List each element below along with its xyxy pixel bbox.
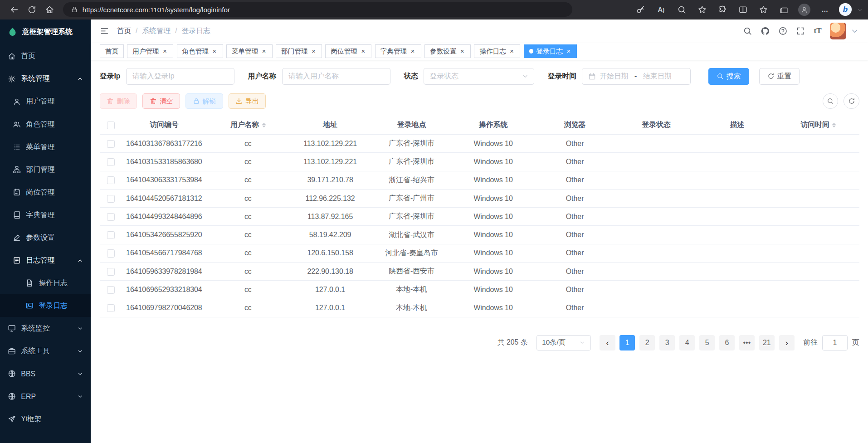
close-icon[interactable]: × <box>211 47 217 55</box>
tab-8[interactable]: 操作日志× <box>474 44 520 58</box>
row-checkbox[interactable] <box>107 231 115 239</box>
next-page-button[interactable]: › <box>779 335 795 351</box>
sidebar-item-6[interactable]: 岗位管理 <box>0 181 91 204</box>
ip-input[interactable] <box>126 68 234 85</box>
browser-home-icon[interactable] <box>41 2 59 17</box>
row-checkbox[interactable] <box>107 176 115 184</box>
reset-button[interactable]: 重置 <box>759 68 800 85</box>
tab-9[interactable]: 登录日志× <box>524 44 577 58</box>
sidebar-item-3[interactable]: 角色管理 <box>0 113 91 136</box>
row-checkbox[interactable] <box>107 286 115 294</box>
sort-carets[interactable] <box>262 121 266 129</box>
sidebar-item-8[interactable]: 参数设置 <box>0 226 91 249</box>
prev-page-button[interactable]: ‹ <box>600 335 615 351</box>
favorites-icon[interactable] <box>755 2 772 17</box>
sidebar-item-4[interactable]: 菜单管理 <box>0 136 91 158</box>
tab-0[interactable]: 首页 <box>100 44 124 58</box>
goto-page-input[interactable] <box>822 335 848 351</box>
chevron-down-icon[interactable] <box>850 27 859 36</box>
page-button-5[interactable]: 5 <box>699 335 715 351</box>
row-checkbox[interactable] <box>107 249 115 257</box>
tab-6[interactable]: 字典管理× <box>375 44 421 58</box>
page-button-3[interactable]: 3 <box>659 335 675 351</box>
address-bar[interactable]: https://ccnetcore.com:1101/system/log/lo… <box>63 2 572 17</box>
page-size-select[interactable]: 10条/页 <box>536 335 591 351</box>
page-button-2[interactable]: 2 <box>639 335 655 351</box>
close-icon[interactable]: × <box>566 47 571 55</box>
sidebar-item-9[interactable]: 日志管理 <box>0 249 91 272</box>
tab-7[interactable]: 参数设置× <box>424 44 471 58</box>
collections-icon[interactable] <box>775 2 793 17</box>
row-checkbox[interactable] <box>107 158 115 166</box>
tab-3[interactable]: 菜单管理× <box>226 44 273 58</box>
unlock-button[interactable]: 解锁 <box>185 93 223 109</box>
split-screen-icon[interactable] <box>734 2 752 17</box>
column-header-8[interactable]: 访问时间 <box>777 116 859 135</box>
read-aloud-icon[interactable]: A) <box>652 2 670 17</box>
sidebar-item-16[interactable]: Yi框架 <box>0 408 91 431</box>
browser-refresh-icon[interactable] <box>23 2 41 17</box>
page-button-1[interactable]: 1 <box>619 335 635 351</box>
search-button[interactable]: 搜索 <box>708 68 749 85</box>
sidebar-item-14[interactable]: BBS <box>0 363 91 385</box>
row-checkbox[interactable] <box>107 304 115 312</box>
delete-button[interactable]: 删除 <box>100 93 137 109</box>
zoom-icon[interactable] <box>673 2 690 17</box>
row-checkbox[interactable] <box>107 140 115 148</box>
sidebar-item-10[interactable]: 操作日志 <box>0 272 91 294</box>
date-range-picker[interactable]: 开始日期 - 结束日期 <box>582 68 690 85</box>
row-checkbox[interactable] <box>107 268 115 276</box>
font-size-icon[interactable]: tT <box>814 26 821 35</box>
page-button-6[interactable]: 6 <box>719 335 735 351</box>
select-all-checkbox[interactable] <box>107 122 115 129</box>
search-icon[interactable] <box>743 26 752 36</box>
breadcrumb-home[interactable]: 首页 <box>117 26 132 36</box>
copilot-icon[interactable]: b <box>837 2 854 17</box>
export-button[interactable]: 导出 <box>229 93 266 109</box>
page-button-4[interactable]: 4 <box>679 335 695 351</box>
github-icon[interactable] <box>761 26 770 36</box>
close-icon[interactable]: × <box>261 47 267 55</box>
row-checkbox[interactable] <box>107 213 115 221</box>
close-icon[interactable]: × <box>360 47 366 55</box>
clear-button[interactable]: 清空 <box>142 93 180 109</box>
toggle-search-icon[interactable] <box>823 93 838 109</box>
tab-2[interactable]: 角色管理× <box>177 44 223 58</box>
sidebar-item-11[interactable]: 登录日志 <box>0 294 91 317</box>
sidebar-item-2[interactable]: 用户管理 <box>0 90 91 113</box>
help-icon[interactable] <box>778 26 788 36</box>
close-icon[interactable]: × <box>459 47 465 55</box>
username-input[interactable] <box>282 68 390 85</box>
sidebar-item-1[interactable]: 系统管理 <box>0 68 91 90</box>
sort-carets[interactable] <box>832 121 836 129</box>
close-icon[interactable]: × <box>509 47 515 55</box>
browser-back-icon[interactable] <box>5 2 23 17</box>
sidebar-item-13[interactable]: 系统工具 <box>0 340 91 362</box>
fullscreen-icon[interactable] <box>796 26 805 36</box>
page-ellipsis[interactable]: ••• <box>739 335 755 351</box>
browser-more-icon[interactable]: … <box>816 2 834 17</box>
sidebar-item-15[interactable]: ERP <box>0 385 91 408</box>
refresh-table-icon[interactable] <box>844 93 859 109</box>
user-avatar[interactable] <box>830 23 847 39</box>
sidebar-item-7[interactable]: 字典管理 <box>0 204 91 226</box>
row-checkbox[interactable] <box>107 195 115 203</box>
password-key-icon[interactable] <box>632 2 649 17</box>
favorites-add-icon[interactable] <box>693 2 711 17</box>
tab-5[interactable]: 岗位管理× <box>325 44 371 58</box>
close-icon[interactable]: × <box>311 47 317 55</box>
tab-4[interactable]: 部门管理× <box>276 44 322 58</box>
tab-1[interactable]: 用户管理× <box>127 44 173 58</box>
column-header-1[interactable]: 用户名称 <box>206 116 289 135</box>
status-select[interactable]: 登录状态 <box>424 68 534 85</box>
chevron-down-icon[interactable] <box>857 5 863 15</box>
menu-fold-icon[interactable] <box>100 26 109 36</box>
extensions-icon[interactable] <box>714 2 731 17</box>
close-icon[interactable]: × <box>410 47 415 55</box>
sidebar-item-5[interactable]: 部门管理 <box>0 158 91 181</box>
sidebar-item-0[interactable]: 首页 <box>0 45 91 68</box>
page-button-21[interactable]: 21 <box>759 335 775 351</box>
sidebar-item-12[interactable]: 系统监控 <box>0 317 91 340</box>
close-icon[interactable]: × <box>162 47 168 55</box>
browser-profile-icon[interactable] <box>795 2 813 17</box>
